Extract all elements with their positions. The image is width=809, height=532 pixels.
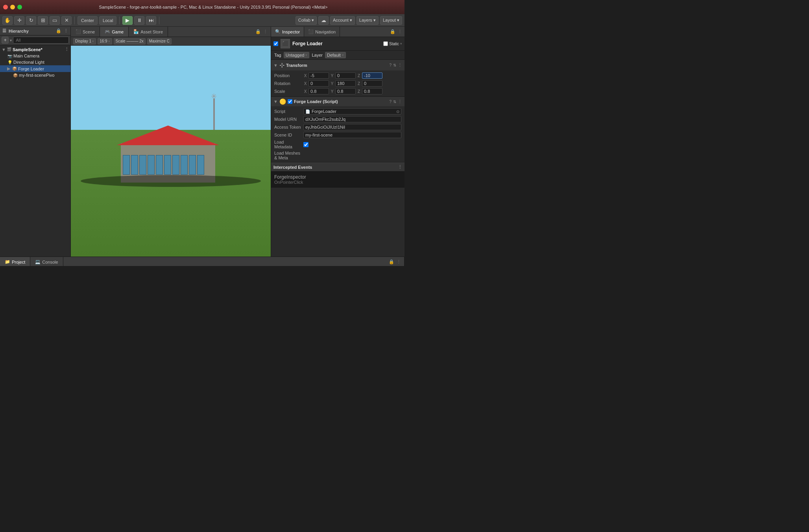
rect-tool-button[interactable]: ▭ [50, 16, 60, 25]
step-button[interactable]: ⏭ [146, 16, 156, 25]
window-6 [164, 155, 171, 175]
tree-item-forgeloader[interactable]: ▶ 📦 Forge Loader [0, 65, 70, 72]
scale-tool-button[interactable]: ⊞ [38, 16, 48, 25]
tab-scene[interactable]: ⬛ Scene [71, 27, 100, 37]
fl-title: Forge Loader (Script) [294, 99, 388, 104]
layer-label: Layer [312, 53, 323, 57]
transform-arrow: ▼ [273, 63, 278, 68]
load-meshes-label: Load Meshes & Meta [274, 151, 302, 160]
scale-y-input[interactable] [335, 88, 356, 94]
view-options-icon[interactable]: ⋮ [263, 29, 268, 34]
access-token-text: eyJhbGciOiJIUzI1Nil [305, 125, 345, 129]
events-menu-icon[interactable]: ⋮ [398, 164, 402, 170]
access-token-label: Access Token [274, 125, 302, 129]
rotation-z-input[interactable] [362, 80, 382, 87]
cloud-icon[interactable]: ☁ [318, 16, 329, 25]
display-label: Display 1 [75, 39, 91, 43]
fl-menu-icon[interactable]: ⋮ [398, 99, 402, 104]
tree-item-myfirstscene[interactable]: 📦 my-first-scenePivo [0, 72, 70, 78]
position-z-input[interactable] [362, 72, 382, 79]
load-metadata-checkbox[interactable] [303, 142, 308, 147]
scene-options-icon[interactable]: ⋮ [65, 47, 69, 52]
fl-active-checkbox[interactable] [288, 99, 292, 104]
forgeloader-header[interactable]: ▼ 🟡 Forge Loader (Script) ? ⇅ ⋮ [271, 97, 404, 106]
tree-item-samplescene[interactable]: ▼ 🎬 SampleScene* ⋮ [0, 46, 70, 53]
tab-project[interactable]: 📁 Project [0, 257, 30, 266]
transform-tool-button[interactable]: ✕ [61, 16, 72, 25]
local-button[interactable]: Local [99, 16, 116, 25]
scene-tab-icon: ⬛ [76, 29, 81, 34]
window-2 [131, 155, 138, 175]
hierarchy-search-input[interactable] [13, 37, 69, 44]
scene-icon: 🎬 [6, 47, 12, 52]
transform-menu-icon[interactable]: ⋮ [398, 63, 402, 68]
script-name: ForgeLoader [312, 109, 336, 114]
hand-tool-button[interactable]: ✋ [2, 16, 13, 25]
minimize-button[interactable] [10, 5, 15, 9]
maximize-dropdown[interactable]: Maximize C [147, 38, 172, 44]
script-file-icon: 📄 [305, 109, 310, 114]
static-checkbox[interactable] [383, 41, 388, 46]
z-axis-label: Z [357, 74, 361, 78]
center-button[interactable]: Center [78, 16, 98, 25]
project-options-icon[interactable]: ⋮ [397, 259, 401, 264]
position-x-input[interactable] [308, 72, 329, 79]
rotation-x-input[interactable] [308, 80, 329, 87]
static-label: Static [389, 42, 399, 46]
object-header: ⬛ Forge Loader Static ▾ [271, 37, 404, 51]
turbine-blades: ✳ [211, 92, 217, 101]
hierarchy-options-icon[interactable]: ⋮ [64, 28, 68, 33]
window-7 [172, 155, 179, 175]
load-metadata-row: Load Metadata [271, 139, 404, 150]
maximize-button[interactable] [17, 5, 22, 9]
tag-dropdown[interactable]: Untagged ▾ [284, 52, 310, 58]
rotate-tool-button[interactable]: ↻ [26, 16, 36, 25]
scale-z-input[interactable] [362, 88, 382, 94]
scale-x-input[interactable] [308, 88, 329, 94]
tree-item-directionallight[interactable]: 💡 Directional Light [0, 59, 70, 65]
model-urn-value[interactable]: dXJuOmFkc2sub2Jq [303, 116, 401, 122]
inspector-options-icon[interactable]: ⋮ [398, 29, 402, 34]
aspect-dropdown[interactable]: 16:9 ▾ [98, 38, 112, 44]
tab-assetstore[interactable]: 🏪 Asset Store [129, 27, 168, 37]
tab-game[interactable]: 🎮 Game [100, 27, 129, 37]
close-button[interactable] [3, 5, 8, 9]
rotation-y-input[interactable] [335, 80, 356, 87]
display-dropdown[interactable]: Display 1 ▾ [73, 38, 96, 44]
position-y-input[interactable] [335, 72, 356, 79]
layers-dropdown[interactable]: Layers ▾ [356, 16, 379, 25]
access-token-value[interactable]: eyJhbGciOiJIUzI1Nil [303, 124, 401, 130]
gameobject-icon2: 📦 [13, 73, 18, 78]
tab-console[interactable]: 💻 Console [30, 257, 63, 266]
active-checkbox[interactable] [273, 41, 278, 46]
tab-navigation[interactable]: ⬛ Navigation [304, 27, 340, 37]
transform-header[interactable]: ▼ ⊹ Transform ? ⇅ ⋮ [271, 60, 404, 70]
separator-3 [159, 17, 159, 24]
account-dropdown[interactable]: Account ▾ [330, 16, 355, 25]
tree-item-maincamera[interactable]: 📷 Main Camera [0, 53, 70, 59]
scale-xyz: X Y Z [303, 88, 401, 94]
fl-arrow: ▼ [273, 99, 278, 104]
layout-dropdown[interactable]: Layout ▾ [380, 16, 402, 25]
pause-button[interactable]: ⏸ [134, 16, 144, 25]
play-button[interactable]: ▶ [122, 16, 133, 25]
scene-id-value[interactable]: my-first-scene [303, 132, 401, 138]
move-tool-button[interactable]: ✛ [14, 16, 24, 25]
hierarchy-add-button[interactable]: + [2, 37, 9, 44]
x-axis-label: X [303, 74, 307, 78]
scale-dropdown[interactable]: Scale ——— 2x [114, 38, 146, 44]
hierarchy-header-right: 🔒 ⋮ [56, 28, 68, 33]
assetstore-tab-label: Asset Store [140, 30, 163, 34]
layer-dropdown[interactable]: Default ▾ [325, 52, 346, 58]
load-metadata-label: Load Metadata [274, 140, 302, 149]
gameobject-icon: 📦 [12, 66, 17, 71]
tab-inspector[interactable]: 🔍 Inspector [271, 27, 304, 37]
window-title: SampleScene - forge-arvr-toolkit-sample … [25, 5, 401, 9]
load-meshes-row: Load Meshes & Meta [271, 150, 404, 161]
collab-dropdown[interactable]: Collab ▾ [296, 16, 317, 25]
dropdown-arrow2: ▾ [108, 39, 110, 43]
project-header-right: 🔒 ⋮ [389, 259, 404, 264]
pin-icon: ⇅ [393, 63, 396, 67]
y-axis-label: Y [330, 74, 334, 78]
lock-icon-project: 🔒 [389, 259, 394, 264]
